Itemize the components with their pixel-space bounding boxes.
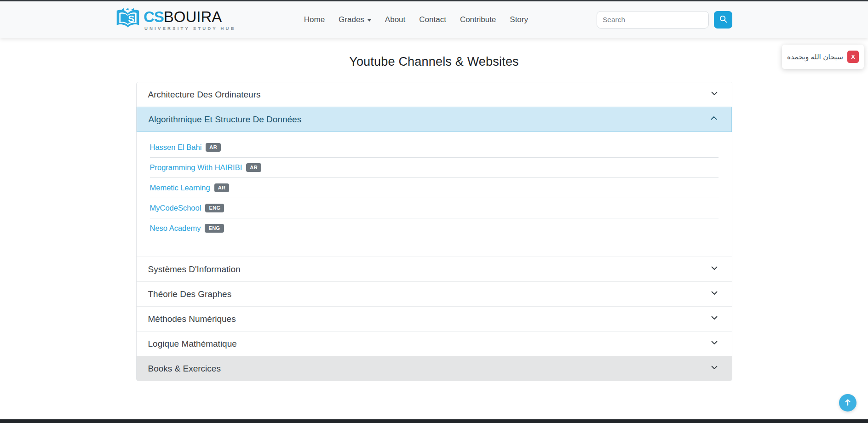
channel-link[interactable]: Memetic Learning [150, 183, 210, 192]
chevron-down-icon [710, 264, 719, 274]
nav-item-grades[interactable]: Grades [339, 15, 371, 24]
accordion-header-theorie-graphes[interactable]: Théorie Des Graphes [137, 281, 732, 306]
chevron-down-icon [710, 89, 719, 100]
navbar: S CS BOUIRA UNIVERSITY STUDY HUB Home Gr… [0, 1, 868, 38]
accordion-header-label: Books & Exercices [148, 364, 221, 374]
language-badge: AR [206, 143, 221, 152]
nav-item-grades-label: Grades [339, 15, 364, 24]
brand-logo[interactable]: S CS BOUIRA UNIVERSITY STUDY HUB [115, 7, 236, 32]
channel-row: Memetic Learning AR [150, 178, 719, 198]
search-form [597, 11, 732, 29]
toast-message: سبحان الله وبحمده [787, 53, 843, 61]
page-title: Youtube Channels & Websites [0, 55, 868, 69]
nav-links: Home Grades About Contact Contribute Sto… [304, 15, 528, 24]
accordion: Architecture Des Ordinateurs Algorithmiq… [136, 82, 732, 381]
language-badge: AR [246, 163, 261, 172]
chevron-down-icon [710, 363, 719, 374]
accordion-header-logique-mathematique[interactable]: Logique Mathématique [137, 331, 732, 356]
brand-cs: CS [144, 9, 164, 24]
language-badge: ENG [205, 204, 224, 212]
channel-row: Neso Academy ENG [150, 218, 719, 238]
accordion-header-label: Architecture Des Ordinateurs [148, 90, 261, 100]
nav-item-story-label: Story [510, 15, 528, 24]
accordion-header-architecture[interactable]: Architecture Des Ordinateurs [137, 82, 732, 107]
search-button[interactable] [714, 11, 732, 29]
accordion-header-label: Systèmes D'Information [148, 264, 241, 274]
accordion-header-systemes-information[interactable]: Systèmes D'Information [137, 257, 732, 281]
page: S CS BOUIRA UNIVERSITY STUDY HUB Home Gr… [0, 0, 868, 423]
nav-item-story[interactable]: Story [510, 15, 528, 24]
scroll-to-top-button[interactable] [839, 394, 857, 412]
accordion-header-label: Méthodes Numériques [148, 314, 236, 324]
nav-item-contact[interactable]: Contact [419, 15, 446, 24]
channel-row: Programming With HAIRIBI AR [150, 158, 719, 178]
brand-text: CS BOUIRA UNIVERSITY STUDY HUB [144, 9, 236, 31]
channel-link[interactable]: Neso Academy [150, 224, 201, 233]
svg-text:S: S [128, 13, 135, 24]
channel-link[interactable]: Programming With HAIRIBI [150, 163, 242, 172]
chevron-up-icon [710, 114, 718, 125]
chevron-down-icon [710, 338, 719, 349]
search-icon [719, 15, 728, 25]
caret-down-icon [368, 19, 371, 22]
nav-item-about-label: About [385, 15, 405, 24]
accordion-header-algorithmique[interactable]: Algorithmique Et Structure De Données [137, 107, 732, 132]
chevron-down-icon [710, 289, 719, 299]
accordion-header-label: Algorithmique Et Structure De Données [149, 114, 302, 125]
accordion-header-label: Théorie Des Graphes [148, 289, 232, 299]
arrow-up-icon [844, 398, 852, 408]
accordion-header-methodes-numeriques[interactable]: Méthodes Numériques [137, 306, 732, 331]
language-badge: AR [214, 183, 230, 192]
chevron-down-icon [710, 314, 719, 324]
channel-link[interactable]: MyCodeSchool [150, 204, 201, 212]
bottom-dark-strip [0, 419, 868, 423]
nav-item-home[interactable]: Home [304, 15, 325, 24]
accordion-header-books-exercices[interactable]: Books & Exercices [137, 356, 732, 381]
toast-close-button[interactable]: X [847, 51, 859, 63]
nav-item-contribute[interactable]: Contribute [460, 15, 496, 24]
brand-tagline: UNIVERSITY STUDY HUB [144, 26, 236, 31]
language-badge: ENG [205, 224, 224, 233]
nav-item-about[interactable]: About [385, 15, 405, 24]
accordion-header-label: Logique Mathématique [148, 339, 237, 349]
brand-bouira: BOUIRA [164, 9, 222, 24]
nav-item-contribute-label: Contribute [460, 15, 496, 24]
nav-item-contact-label: Contact [419, 15, 446, 24]
channel-row: MyCodeSchool ENG [150, 198, 719, 218]
channel-link[interactable]: Hassen El Bahi [150, 143, 202, 152]
open-book-logo-icon: S [115, 7, 141, 32]
toast-notification: سبحان الله وبحمده X [782, 45, 864, 69]
nav-item-home-label: Home [304, 15, 325, 24]
accordion-body-algorithmique: Hassen El Bahi AR Programming With HAIRI… [137, 132, 732, 257]
search-input[interactable] [597, 11, 709, 29]
channel-row: Hassen El Bahi AR [150, 137, 719, 158]
